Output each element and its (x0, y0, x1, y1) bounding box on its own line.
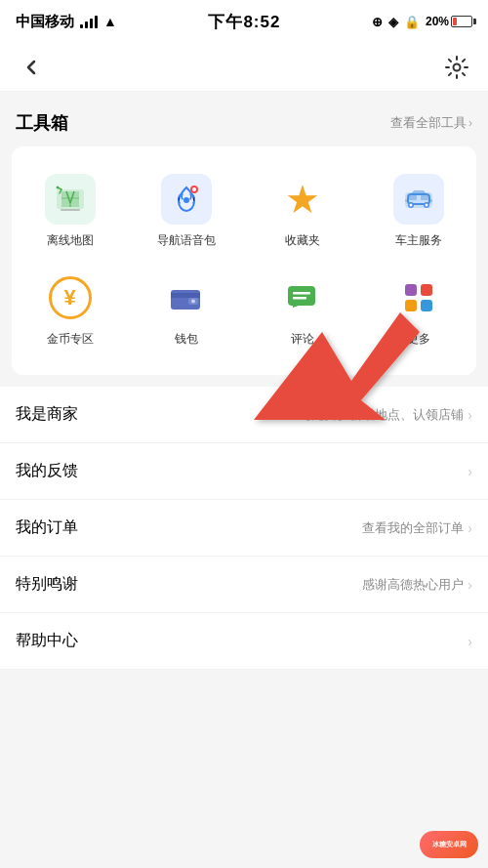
menu-item-orders[interactable]: 我的订单 查看我的全部订单 › (0, 500, 488, 557)
svg-point-12 (409, 204, 412, 207)
tool-comments[interactable]: 评论 (244, 261, 360, 359)
car-service-icon-wrapper (393, 174, 444, 225)
signal-icon (80, 15, 98, 28)
menu-item-help[interactable]: 帮助中心 › (0, 613, 488, 670)
wallet-icon (167, 278, 206, 317)
menu-item-merchant[interactable]: 我是商家 【免费】新增地点、认领店铺 › (0, 387, 488, 443)
back-button[interactable] (16, 52, 47, 83)
status-left: 中国移动 ▲ (16, 13, 117, 31)
svg-rect-10 (421, 195, 428, 200)
gps-icon: ◈ (388, 15, 398, 29)
feedback-right: › (468, 464, 472, 479)
favorites-icon: ★ (285, 180, 320, 219)
tool-favorites[interactable]: ★ 收藏夹 (244, 162, 360, 261)
favorites-label: 收藏夹 (285, 232, 320, 249)
view-all-chevron: › (468, 116, 472, 130)
tool-offline-map[interactable]: 离线地图 (12, 162, 128, 261)
wifi-icon: ▲ (103, 14, 117, 29)
tool-nav-voice[interactable]: 导航语音包 (128, 162, 244, 261)
coin-icon: ¥ (49, 276, 92, 319)
view-all-link[interactable]: 查看全部工具 › (390, 114, 472, 132)
svg-rect-15 (405, 199, 409, 202)
help-right: › (468, 634, 472, 649)
watermark: 冰糖安卓网 (420, 831, 478, 858)
nav-bar (0, 43, 488, 92)
toolbox-card: 离线地图 导航语音包 (12, 146, 476, 375)
view-all-label: 查看全部工具 (390, 114, 467, 132)
svg-rect-21 (288, 286, 315, 306)
thanks-title: 特别鸣谢 (16, 574, 78, 595)
favorites-icon-wrapper: ★ (277, 174, 328, 225)
svg-point-3 (56, 186, 59, 189)
svg-point-20 (191, 300, 195, 304)
tool-more[interactable]: 更多 (360, 261, 476, 359)
car-service-icon (400, 181, 437, 218)
menu-item-thanks[interactable]: 特别鸣谢 感谢高德热心用户 › (0, 557, 488, 613)
svg-point-4 (183, 197, 189, 203)
tool-wallet[interactable]: 钱包 (128, 261, 244, 359)
feedback-chevron: › (468, 464, 472, 479)
menu-list: 我是商家 【免费】新增地点、认领店铺 › 我的反馈 › 我的订单 查看我的全部订… (0, 387, 488, 670)
svg-rect-2 (61, 209, 80, 211)
help-title: 帮助中心 (16, 631, 78, 651)
more-icon-wrapper (393, 272, 444, 323)
orders-hint: 查看我的全部订单 (362, 519, 464, 537)
offline-map-label: 离线地图 (47, 232, 94, 249)
comments-icon (283, 278, 322, 317)
merchant-chevron: › (468, 407, 472, 423)
carrier-label: 中国移动 (16, 13, 74, 31)
menu-item-feedback[interactable]: 我的反馈 › (0, 443, 488, 500)
more-label: 更多 (407, 331, 430, 348)
nav-voice-icon-wrapper (161, 174, 212, 225)
car-service-label: 车主服务 (395, 232, 442, 249)
wallet-icon-wrapper (161, 272, 212, 323)
nav-voice-label: 导航语音包 (157, 232, 216, 249)
svg-rect-9 (409, 195, 417, 200)
location-icon: ⊕ (372, 15, 383, 29)
settings-button[interactable] (441, 52, 472, 83)
toolbox-title: 工具箱 (16, 111, 68, 135)
svg-point-14 (425, 204, 427, 207)
comments-icon-wrapper (277, 272, 328, 323)
merchant-title: 我是商家 (16, 404, 78, 425)
battery-percent: 20% (426, 15, 449, 28)
tool-coin-zone[interactable]: ¥ 金币专区 (12, 261, 128, 359)
status-time: 下午8:52 (208, 11, 280, 33)
content-area: 工具箱 查看全部工具 › (0, 92, 488, 670)
battery-icon (451, 16, 472, 27)
help-chevron: › (468, 634, 472, 649)
tool-grid: 离线地图 导航语音包 (12, 162, 476, 359)
svg-rect-23 (293, 297, 306, 300)
svg-rect-18 (171, 293, 200, 298)
offline-map-icon (53, 182, 88, 217)
battery-indicator: 20% (426, 15, 472, 28)
thanks-right: 感谢高德热心用户 › (362, 576, 472, 594)
status-bar: 中国移动 ▲ 下午8:52 ⊕ ◈ 🔒 20% (0, 0, 488, 43)
more-icon (405, 284, 432, 311)
svg-rect-22 (293, 292, 310, 295)
coin-zone-icon-wrapper: ¥ (45, 272, 96, 323)
orders-right: 查看我的全部订单 › (362, 519, 472, 537)
merchant-hint: 【免费】新增地点、认领店铺 (299, 406, 464, 424)
watermark-logo: 冰糖安卓网 (420, 831, 478, 858)
orders-title: 我的订单 (16, 517, 78, 538)
comments-label: 评论 (291, 331, 314, 348)
coin-zone-label: 金币专区 (47, 331, 94, 348)
toolbox-section-header: 工具箱 查看全部工具 › (0, 92, 488, 146)
offline-map-icon-wrapper (45, 174, 96, 225)
status-right: ⊕ ◈ 🔒 20% (372, 15, 472, 29)
svg-point-6 (192, 187, 196, 191)
wallet-label: 钱包 (175, 331, 198, 348)
lock-icon: 🔒 (404, 15, 420, 29)
thanks-hint: 感谢高德热心用户 (362, 576, 464, 594)
svg-rect-16 (428, 199, 432, 202)
tool-car-service[interactable]: 车主服务 (360, 162, 476, 261)
svg-point-0 (454, 63, 461, 70)
feedback-title: 我的反馈 (16, 461, 78, 481)
nav-voice-icon (169, 182, 204, 217)
merchant-right: 【免费】新增地点、认领店铺 › (299, 406, 472, 424)
thanks-chevron: › (468, 577, 472, 593)
orders-chevron: › (468, 520, 472, 536)
